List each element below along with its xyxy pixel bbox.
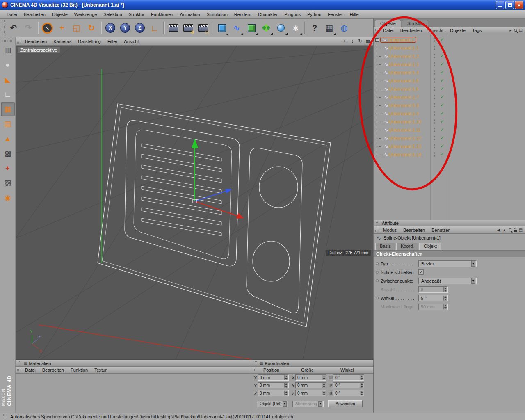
rotation-p-field[interactable]: 0 ° bbox=[333, 382, 364, 388]
menu-item-ansicht[interactable]: Ansicht bbox=[425, 27, 447, 34]
lock-z-axis-icon[interactable]: Z bbox=[132, 21, 147, 36]
content-browser-icon[interactable]: ▦ bbox=[322, 21, 337, 36]
viewport-canvas[interactable]: Y X Z bbox=[16, 46, 373, 360]
visibility-dots-icon[interactable] bbox=[434, 62, 435, 64]
coordinates-grip[interactable] bbox=[253, 361, 257, 365]
enabled-check-icon[interactable]: ✓ bbox=[440, 45, 444, 50]
enabled-check-icon[interactable]: ✓ bbox=[440, 103, 444, 107]
materials-grip[interactable] bbox=[18, 361, 21, 365]
visibility-dots-icon[interactable] bbox=[434, 136, 435, 137]
help-icon[interactable]: ? bbox=[307, 21, 322, 36]
layer-icon[interactable]: ▤ bbox=[519, 228, 523, 232]
texture-axis-mode-icon[interactable]: ◣ bbox=[1, 73, 15, 87]
enabled-check-icon[interactable]: ✓ bbox=[440, 111, 444, 116]
enabled-check-icon[interactable]: ✓ bbox=[440, 127, 444, 132]
toolbar-grip[interactable] bbox=[1, 20, 5, 36]
lock-icon[interactable] bbox=[514, 230, 517, 232]
menu-item-funktion[interactable]: Funktion bbox=[67, 366, 91, 374]
rotation-b-field[interactable]: 0 ° bbox=[333, 390, 364, 396]
size-y-field[interactable]: 0 mm bbox=[295, 382, 326, 388]
menu-item-objekte[interactable]: Objekte bbox=[447, 27, 469, 34]
polygons-mode-icon[interactable]: ▲ bbox=[1, 132, 15, 146]
enabled-check-icon[interactable]: ✓ bbox=[440, 70, 444, 75]
property-dropdown[interactable]: Bezier▾ bbox=[418, 260, 477, 267]
spinner-arrows-icon[interactable] bbox=[322, 383, 326, 388]
model-mode-icon[interactable]: ● bbox=[1, 58, 15, 72]
animation-toggle-icon[interactable] bbox=[376, 297, 379, 299]
apply-button[interactable]: Anwenden bbox=[328, 400, 363, 407]
tree-item[interactable]: ∿Unbenannt-1.4✓ bbox=[374, 68, 525, 77]
spinner-arrows-icon[interactable] bbox=[284, 383, 288, 388]
menu-item-funktionen[interactable]: Funktionen bbox=[148, 11, 176, 18]
menu-item-darstellung[interactable]: Darstellung bbox=[75, 38, 104, 45]
position-y-field[interactable]: 0 mm bbox=[258, 382, 289, 388]
menu-item-plug-ins[interactable]: Plug-ins bbox=[281, 11, 304, 18]
menu-item-modus[interactable]: Modus bbox=[380, 226, 400, 234]
tree-item[interactable]: ∿Unbenannt-1.8✓ bbox=[374, 101, 525, 110]
menu-item-bearbeiten[interactable]: Bearbeiten bbox=[397, 27, 425, 34]
menu-item-bearbeiten[interactable]: Bearbeiten bbox=[21, 11, 49, 18]
enabled-check-icon[interactable]: ✓ bbox=[440, 86, 444, 91]
tab-struktur[interactable]: Struktur bbox=[402, 20, 429, 27]
tree-item[interactable]: ∿Unbenannt-1.13✓ bbox=[374, 142, 525, 151]
attribute-menu-grip[interactable] bbox=[375, 227, 379, 233]
object-axis-mode-icon[interactable]: + bbox=[1, 161, 15, 175]
add-particle-system-icon[interactable]: ∗ bbox=[288, 21, 303, 36]
tree-item-root[interactable]: −∿Unbenannt-1✓ bbox=[374, 36, 525, 44]
menu-item-werkzeuge[interactable]: Werkzeuge bbox=[71, 11, 100, 18]
menu-item-bearbeiten[interactable]: Bearbeiten bbox=[400, 226, 428, 234]
coordinate-mode-dropdown[interactable]: Objekt (Rel)▾ bbox=[257, 401, 288, 407]
enabled-check-icon[interactable]: ✓ bbox=[440, 144, 444, 148]
coordinate-system-icon[interactable]: ∟ bbox=[147, 21, 162, 36]
menu-item-objekte[interactable]: Objekte bbox=[49, 11, 71, 18]
add-spline-icon[interactable]: ∿ bbox=[229, 21, 244, 36]
flyout-arrow-icon[interactable]: ▸ bbox=[510, 28, 512, 32]
online-updater-icon[interactable]: ◍ bbox=[337, 21, 352, 36]
search-icon[interactable] bbox=[514, 29, 517, 32]
restore-button[interactable] bbox=[505, 1, 514, 9]
visibility-dots-icon[interactable] bbox=[434, 144, 435, 146]
menu-item-bearbeiten[interactable]: Bearbeiten bbox=[39, 366, 67, 374]
redo-icon[interactable]: ↷ bbox=[21, 21, 36, 36]
menu-item-rendern[interactable]: Rendern bbox=[231, 11, 255, 18]
picture-viewer-icon[interactable]: ▢ bbox=[196, 21, 210, 36]
enabled-check-icon[interactable]: ✓ bbox=[440, 119, 444, 124]
render-view-icon[interactable] bbox=[166, 21, 181, 36]
visibility-dots-icon[interactable] bbox=[434, 46, 435, 47]
rotate-icon[interactable]: ↻ bbox=[84, 21, 99, 36]
size-z-field[interactable]: 0 mm bbox=[295, 390, 326, 396]
make-editable-icon[interactable]: ▥ bbox=[1, 43, 15, 57]
materials-menu-grip[interactable] bbox=[17, 368, 21, 372]
add-generator-icon[interactable] bbox=[244, 21, 259, 36]
workplane-mode-icon[interactable]: ∟ bbox=[1, 87, 15, 101]
menu-item-hilfe[interactable]: Hilfe bbox=[347, 11, 362, 18]
tree-item[interactable]: ∿Unbenannt-1.6✓ bbox=[374, 85, 525, 93]
enabled-check-icon[interactable]: ✓ bbox=[440, 152, 444, 157]
lock-y-axis-icon[interactable]: Y bbox=[118, 21, 132, 36]
render-settings-icon[interactable]: ⚙ bbox=[181, 21, 196, 36]
menu-item-benutzer[interactable]: Benutzer bbox=[428, 226, 453, 234]
tree-item[interactable]: ∿Unbenannt-1.7✓ bbox=[374, 93, 525, 101]
expand-toggle-icon[interactable]: − bbox=[375, 38, 379, 42]
texture-mode-icon[interactable]: ▩ bbox=[1, 146, 15, 160]
position-z-field[interactable]: 0 mm bbox=[258, 390, 289, 396]
property-field[interactable]: 5 ° bbox=[418, 295, 448, 301]
enabled-check-icon[interactable]: ✓ bbox=[440, 62, 444, 66]
undo-icon[interactable]: ↶ bbox=[6, 21, 21, 36]
tree-item[interactable]: ∿Unbenannt-1.5✓ bbox=[374, 77, 525, 85]
visibility-dots-icon[interactable] bbox=[434, 78, 435, 80]
object-manager-grip[interactable] bbox=[375, 27, 379, 33]
scale-icon[interactable]: ◱ bbox=[69, 21, 84, 36]
dimension-dropdown[interactable]: Abmessung▾ bbox=[292, 401, 324, 407]
visibility-dots-icon[interactable] bbox=[434, 119, 435, 121]
tree-item[interactable]: ∿Unbenannt-1.10✓ bbox=[374, 118, 525, 126]
tree-item[interactable]: ∿Unbenannt-1.9✓ bbox=[374, 110, 525, 118]
up-arrow-icon[interactable]: ▲ bbox=[502, 228, 507, 232]
add-cube-icon[interactable] bbox=[215, 21, 229, 36]
close-button[interactable]: × bbox=[515, 1, 523, 9]
tree-item[interactable]: ∿Unbenannt-1.11✓ bbox=[374, 126, 525, 134]
spinner-arrows-icon[interactable] bbox=[360, 375, 363, 380]
attribute-grip[interactable] bbox=[376, 221, 379, 225]
enabled-check-icon[interactable]: ✓ bbox=[440, 37, 444, 42]
coordinates-head-grip[interactable] bbox=[253, 368, 256, 372]
